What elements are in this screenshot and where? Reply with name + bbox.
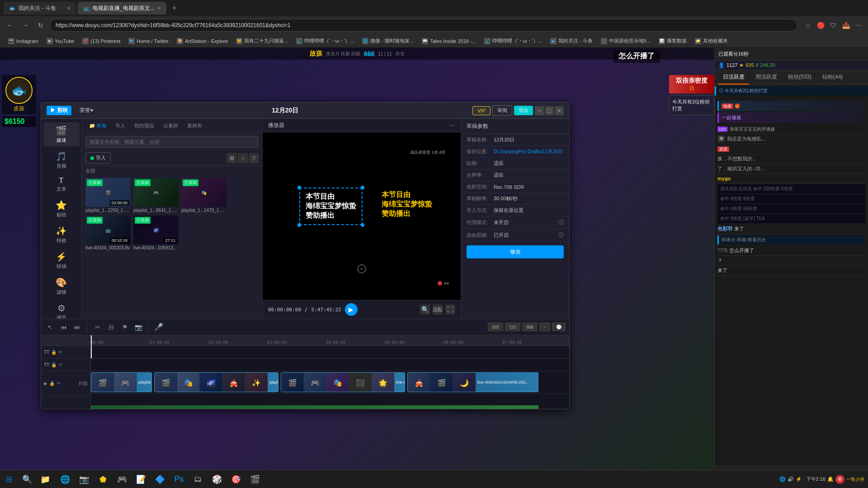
tl-lock-icon-1[interactable]: 🔒	[51, 350, 57, 355]
text-overlay-1[interactable]: 本节目由 海绵宝宝梦惊蛰 赞助播出	[299, 188, 363, 225]
video-clip-1[interactable]: 🎬 🎮 playlist 17348226	[91, 372, 152, 392]
taskbar-camera[interactable]: 📷	[75, 470, 93, 488]
bookmark-artstation[interactable]: 🎨 ArtStation - Explore	[173, 37, 231, 45]
editor-menu-honor[interactable]: 荣誉▾	[75, 105, 98, 116]
toolbar-filter[interactable]: 🎨 滤镜	[43, 274, 80, 298]
timeline-main[interactable]: 00:00 01:00:00 02:00:00 03:00:00 04:00:0…	[91, 335, 569, 409]
taskbar-custom-icon[interactable]: 🎯	[835, 475, 844, 484]
tab-sticky[interactable]: 钻粉(44)	[818, 70, 847, 84]
taskbar-notification-icon[interactable]: 🔔	[827, 476, 834, 482]
tl-video-lock-icon[interactable]: 🔒	[49, 381, 55, 386]
tl-remove-tool[interactable]: ⊟	[106, 322, 117, 333]
media-library-btn[interactable]: 素材库	[184, 121, 206, 131]
minimize-button[interactable]: −	[535, 106, 544, 115]
media-item-2[interactable]: 🎮 已添加 playlist_1...6641_1.mp4	[133, 178, 179, 213]
refresh-button[interactable]: ↻	[34, 19, 47, 32]
fullscreen-button[interactable]: ⛶	[445, 305, 455, 314]
forward-button[interactable]: →	[19, 19, 32, 32]
taskbar-resolve[interactable]: ⬟	[94, 470, 112, 488]
taskbar-files[interactable]: 📁	[36, 470, 54, 488]
start-button[interactable]: ⊞	[0, 470, 18, 488]
bookmark-instagram[interactable]: 📷 Instagram	[5, 37, 42, 45]
tl-lock-icon-2[interactable]: 🔒	[51, 362, 57, 367]
bookmark-bilibili-2[interactable]: 📺 哔哩哔哩（'・ω・'）...	[481, 37, 546, 45]
video-clip-4[interactable]: 🎪 🎬 🌙 live-4042402ASmrKlN-202...	[407, 372, 538, 392]
bookmark-music[interactable]: 🎵 中国原创音乐地5...	[597, 37, 654, 45]
video-clip-3[interactable]: 🎬 🎮 🎭 ⬛ 🌟 live-4042402rl playlist 173482…	[281, 372, 405, 392]
toolbar-adjust[interactable]: ⚙ 调节	[43, 300, 80, 319]
toolbar-transition[interactable]: ⚡ 转场	[43, 249, 80, 272]
tl-add-marker[interactable]: ⚑	[119, 322, 130, 333]
tl-screenshot-tool[interactable]: 📷	[133, 322, 144, 333]
bookmark-pinterest[interactable]: 📌 (13) Pinterest	[79, 37, 124, 45]
tl-prev-frame[interactable]: ⏭	[72, 322, 83, 333]
tl-zoom-fit[interactable]: ⊡⊡	[505, 323, 520, 331]
tl-video-expand-icon[interactable]: ▶	[44, 381, 47, 386]
toolbar-audio[interactable]: 🎵 音频	[43, 148, 80, 172]
close-button[interactable]: ×	[555, 106, 564, 115]
grid-view-button[interactable]: ⊞	[227, 153, 237, 163]
extension-1-icon[interactable]: 🔴	[815, 19, 826, 31]
video-clip-2[interactable]: 🎬 🎭 🌌 🎪 ✨ playlist 17348226009901470 1.m…	[154, 372, 278, 392]
media-local-btn[interactable]: 📁 本地	[85, 121, 110, 131]
tl-zoom-level[interactable]: −	[539, 323, 550, 331]
tl-record-button[interactable]: 🎤	[153, 322, 164, 333]
media-item-4[interactable]: 📺 已添加 00:10:18 live-40424_000203.flv	[85, 216, 131, 250]
tl-zoom-in[interactable]: ⊞⊞	[522, 323, 538, 331]
bookmark-tales[interactable]: 📖 Tales Inside 2018 -...	[418, 37, 480, 45]
proxy-info-icon[interactable]: ⓘ	[558, 219, 564, 226]
taskbar-search[interactable]: 🔍	[18, 470, 36, 488]
play-button[interactable]: ▶	[345, 303, 358, 316]
tl-clock-icon[interactable]: 🕐	[552, 323, 566, 331]
tab-fans[interactable]: 粉丝(533)	[783, 70, 816, 84]
playhead[interactable]	[91, 335, 92, 346]
handle-tr[interactable]	[361, 186, 364, 189]
tl-split-tool[interactable]: ✂	[92, 322, 103, 333]
media-search-input[interactable]	[85, 136, 259, 148]
media-cloud-btn[interactable]: 云素材	[160, 121, 182, 131]
chat-area[interactable]: 电梗 🎁 一起修炼 LV2 游基宝宝宝宝的牙缝越 弹 我还是为电梗队...	[715, 97, 868, 466]
fit-button[interactable]: 适配	[433, 305, 443, 314]
taskbar-explorer[interactable]: 🗂	[189, 470, 207, 488]
tab-1[interactable]: 🐟 我的关注 - 斗鱼 ×	[4, 2, 76, 14]
taskbar-game2[interactable]: 🎯	[227, 470, 245, 488]
taskbar-photoshop[interactable]: Ps	[170, 470, 188, 488]
toolbar-text[interactable]: T 文本	[43, 174, 80, 195]
save-props-button[interactable]: 修改	[467, 245, 564, 258]
extension-2-icon[interactable]: 🛡	[827, 19, 839, 31]
toolbar-media[interactable]: 🎬 媒体	[43, 122, 80, 146]
back-button[interactable]: ←	[4, 19, 16, 32]
media-import-btn[interactable]: 导入	[112, 121, 129, 131]
toolbar-effects[interactable]: ✨ 特效	[43, 223, 80, 247]
taskbar-unity[interactable]: 🎮	[113, 470, 131, 488]
bookmark-more[interactable]: 📁 其他收藏夹	[691, 37, 731, 45]
taskbar-network-icon[interactable]: 🌐	[779, 476, 786, 482]
preview-more-button[interactable]: ⋯	[450, 122, 455, 129]
bookmark-weibo[interactable]: 🌐 微微 - 随时随地发...	[359, 37, 417, 45]
sort-button[interactable]: ↕	[238, 153, 248, 163]
bookmark-douyu[interactable]: 🐟 我的关注 - 斗鱼	[547, 37, 596, 45]
export-button[interactable]: 导出	[514, 106, 533, 115]
taskbar-vegas[interactable]: 🎬	[246, 470, 264, 488]
tab-weekly-heat[interactable]: 周活跃度	[751, 70, 782, 84]
layer-info-icon[interactable]: ⓘ	[558, 231, 564, 239]
new-tab-button[interactable]: +	[168, 2, 181, 14]
more-menu-icon[interactable]: ⋯	[853, 19, 864, 31]
handle-bl[interactable]	[297, 223, 301, 227]
vip-button[interactable]: VIP	[472, 106, 491, 115]
zoom-button[interactable]: 🔍	[420, 305, 430, 314]
bookmark-bilibili-1[interactable]: 📺 哔哩哔哩（'・ω・'）...	[292, 37, 358, 45]
bookmark-cats[interactable]: 🐱 我有二十九只猫返...	[232, 37, 292, 45]
tl-cursor-tool[interactable]: ↖	[45, 322, 56, 333]
extension-3-icon[interactable]: 📥	[840, 19, 852, 31]
import-button[interactable]: 导入	[85, 152, 111, 164]
media-item-1[interactable]: 🎬 已添加 02:00:00 playlist_1...2259_1.mp4	[85, 178, 131, 213]
media-item-3[interactable]: 🎭 已添加 playlist_1...1470_1.mp4	[181, 178, 226, 213]
taskbar-steam[interactable]: 🎲	[208, 470, 226, 488]
tab-1-close[interactable]: ×	[67, 5, 71, 12]
tl-eye-icon-2[interactable]: 👁	[58, 362, 63, 367]
tl-video-eye-icon[interactable]: 👁	[57, 381, 61, 386]
tab-daily-heat[interactable]: 日活跃度	[718, 70, 749, 84]
maximize-button[interactable]: □	[545, 106, 554, 115]
taskbar-blender[interactable]: 🔷	[151, 470, 169, 488]
